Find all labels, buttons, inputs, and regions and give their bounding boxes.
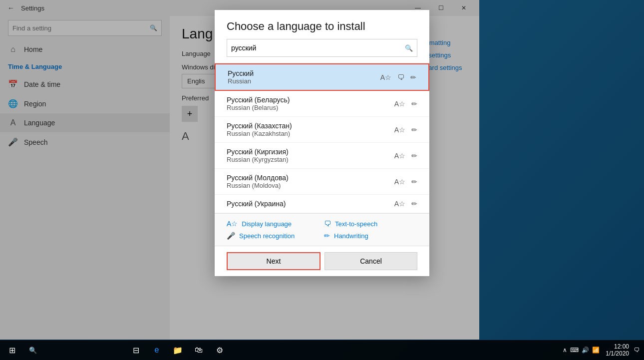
text-to-speech-label: Text-to-speech bbox=[335, 220, 377, 228]
taskbar: ⊞ 🔍 ⊟ e 📁 🛍 ⚙ ∧ ⌨ 🔊 📶 12:00 1/1/2020 🗨 bbox=[0, 340, 644, 360]
modal-title: Choose a language to install bbox=[215, 10, 429, 39]
handwriting-icon-kg: ✏ bbox=[411, 152, 417, 160]
speech-recognition-label: Speech recognition bbox=[239, 232, 295, 240]
network-icon: 📶 bbox=[592, 347, 600, 354]
lang-info-russian-kazakhstan: Русский (Казахстан) Russian (Kazakhstan) bbox=[227, 122, 394, 137]
start-button[interactable]: ⊞ bbox=[0, 340, 24, 360]
speech-recognition-feature: 🎤 Speech recognition bbox=[227, 232, 320, 240]
display-lang-icon-kz: A☆ bbox=[394, 126, 405, 134]
handwriting-icon-ua: ✏ bbox=[411, 200, 417, 208]
lang-name-en-russian-kyrgyzstan: Russian (Kyrgyzstan) bbox=[227, 156, 394, 163]
lang-name-en-russian-moldova: Russian (Moldova) bbox=[227, 182, 394, 189]
tray-date: 1/1/2020 bbox=[606, 350, 629, 357]
lang-icons-kyrgyzstan: A☆ ✏ bbox=[394, 152, 417, 160]
lang-name-russian-kyrgyzstan: Русский (Киргизия) bbox=[227, 148, 394, 156]
taskbar-search-icon: 🔍 bbox=[29, 347, 37, 354]
lang-icons-russian: A☆ 🗨 ✏ bbox=[380, 73, 416, 81]
text-to-speech-icon: 🗨 bbox=[324, 220, 331, 228]
tray-clock: 12:00 1/1/2020 bbox=[606, 343, 629, 357]
display-language-label: Display language bbox=[242, 220, 292, 228]
tray-icons: ∧ ⌨ 🔊 📶 bbox=[563, 347, 600, 354]
display-lang-icon-ua: A☆ bbox=[394, 200, 405, 208]
lang-info-russian-kyrgyzstan: Русский (Киргизия) Russian (Kyrgyzstan) bbox=[227, 148, 394, 163]
handwriting-label: Handwriting bbox=[334, 232, 368, 240]
handwriting-icon-by: ✏ bbox=[411, 100, 417, 108]
lang-icons-belarus: A☆ ✏ bbox=[394, 100, 417, 108]
lang-info-russian-moldova: Русский (Молдова) Russian (Moldova) bbox=[227, 174, 394, 189]
display-language-feature: A☆ Display language bbox=[227, 220, 320, 228]
lang-name-russian-moldova: Русский (Молдова) bbox=[227, 174, 394, 182]
lang-icons-moldova: A☆ ✏ bbox=[394, 178, 417, 186]
handwriting-icon-md: ✏ bbox=[411, 178, 417, 186]
language-item-russian-kyrgyzstan[interactable]: Русский (Киргизия) Russian (Kyrgyzstan) … bbox=[215, 143, 429, 169]
display-language-icon: A☆ bbox=[227, 220, 238, 228]
next-button[interactable]: Next bbox=[227, 252, 321, 270]
feature-icons-section: A☆ Display language 🗨 Text-to-speech 🎤 S… bbox=[215, 213, 429, 246]
handwriting-icon: ✏ bbox=[410, 73, 416, 81]
taskbar-search[interactable]: 🔍 bbox=[24, 340, 124, 360]
explorer-icon[interactable]: 📁 bbox=[168, 340, 188, 360]
taskbar-tray: ∧ ⌨ 🔊 📶 12:00 1/1/2020 🗨 bbox=[563, 343, 644, 357]
display-lang-icon-md: A☆ bbox=[394, 178, 405, 186]
volume-icon[interactable]: 🔊 bbox=[582, 347, 589, 354]
speech-recognition-icon: 🎤 bbox=[227, 232, 235, 240]
chevron-up-tray-icon[interactable]: ∧ bbox=[563, 347, 567, 354]
lang-name-en-russian-kazakhstan: Russian (Kazakhstan) bbox=[227, 130, 394, 137]
language-item-russian-ukraine[interactable]: Русский (Украина) A☆ ✏ bbox=[215, 195, 429, 213]
cancel-button[interactable]: Cancel bbox=[324, 252, 417, 270]
display-lang-icon-by: A☆ bbox=[394, 100, 405, 108]
ie-icon[interactable]: e bbox=[147, 340, 167, 360]
lang-icons-ukraine: A☆ ✏ bbox=[394, 200, 417, 208]
search-icon: 🔍 bbox=[405, 44, 413, 52]
lang-name-russian-ukraine: Русский (Украина) bbox=[227, 200, 394, 208]
lang-name-en-russian-belarus: Russian (Belarus) bbox=[227, 104, 394, 111]
language-search-box[interactable]: 🔍 bbox=[227, 39, 417, 57]
language-item-russian-belarus[interactable]: Русский (Беларусь) Russian (Belarus) A☆ … bbox=[215, 91, 429, 117]
handwriting-feature: ✏ Handwriting bbox=[324, 232, 417, 240]
lang-name-russian-kazakhstan: Русский (Казахстан) bbox=[227, 122, 394, 130]
lang-name-en-russian: Russian bbox=[228, 77, 380, 85]
lang-info-russian: Русский Russian bbox=[228, 69, 380, 85]
text-to-speech-feature: 🗨 Text-to-speech bbox=[324, 220, 417, 228]
lang-icons-kazakhstan: A☆ ✏ bbox=[394, 126, 417, 134]
language-item-russian-moldova[interactable]: Русский (Молдова) Russian (Moldova) A☆ ✏ bbox=[215, 169, 429, 195]
language-search-input[interactable] bbox=[231, 44, 405, 52]
lang-name-russian-belarus: Русский (Беларусь) bbox=[227, 96, 394, 104]
notification-icon[interactable]: 🗨 bbox=[634, 347, 640, 354]
taskbar-pinned-apps: ⊟ e 📁 🛍 ⚙ bbox=[126, 340, 230, 360]
store-icon[interactable]: 🛍 bbox=[189, 340, 209, 360]
handwriting-icon-kz: ✏ bbox=[411, 126, 417, 134]
task-view-button[interactable]: ⊟ bbox=[126, 340, 146, 360]
display-lang-icon-kg: A☆ bbox=[394, 152, 405, 160]
lang-info-russian-ukraine: Русский (Украина) bbox=[227, 200, 394, 208]
lang-name-russian: Русский bbox=[228, 69, 380, 77]
handwriting-feat-icon: ✏ bbox=[324, 232, 330, 240]
language-item-russian[interactable]: Русский Russian A☆ 🗨 ✏ bbox=[215, 63, 429, 91]
tray-time: 12:00 bbox=[606, 343, 629, 350]
modal-overlay: Choose a language to install 🔍 Русский R… bbox=[0, 0, 644, 360]
display-lang-icon: A☆ bbox=[380, 73, 391, 81]
language-list: Русский Russian A☆ 🗨 ✏ Русский (Беларусь… bbox=[215, 63, 429, 213]
keyboard-icon: ⌨ bbox=[570, 347, 579, 354]
language-item-russian-kazakhstan[interactable]: Русский (Казахстан) Russian (Kazakhstan)… bbox=[215, 117, 429, 143]
lang-info-russian-belarus: Русский (Беларусь) Russian (Belarus) bbox=[227, 96, 394, 111]
modal-button-row: Next Cancel bbox=[215, 246, 429, 276]
choose-language-modal: Choose a language to install 🔍 Русский R… bbox=[215, 10, 429, 276]
settings-icon[interactable]: ⚙ bbox=[210, 340, 230, 360]
speech-icon: 🗨 bbox=[397, 73, 404, 81]
